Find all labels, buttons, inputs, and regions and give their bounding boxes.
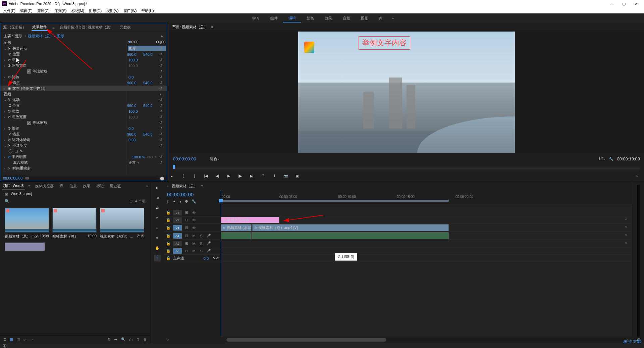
ws-assembly[interactable]: 组件 (265, 14, 283, 22)
program-ruler[interactable] (173, 165, 640, 171)
menu-edit[interactable]: 编辑(E) (18, 8, 35, 13)
track-header-master[interactable]: 🔒主声道0.0⊳⊲ (164, 255, 221, 262)
ec-text-layer[interactable]: ›◉文本 (举例文字内容)↺ (0, 86, 167, 91)
tab-metadata[interactable]: 元数据 (119, 24, 131, 31)
ws-effects[interactable]: 效果 (319, 14, 337, 22)
search-icon[interactable]: 🔍 (5, 199, 9, 203)
menu-view[interactable]: 视图(V) (104, 8, 121, 13)
play-button[interactable]: ▶ (226, 174, 231, 178)
pen-mask-icon[interactable]: ✎ (20, 149, 23, 153)
ec-vector-motion[interactable]: ⌄fx矢量运动↺ (0, 46, 167, 51)
razor-tool-icon[interactable]: ✂ (154, 214, 161, 221)
go-to-out-icon[interactable]: ▶| (249, 174, 254, 178)
ws-overflow[interactable]: » (388, 15, 397, 21)
track-header-v2[interactable]: 🔒V2⊟👁 (164, 216, 221, 224)
type-tool-icon[interactable]: T (154, 255, 161, 261)
bin-item[interactable]: 视频素材（总）19:09 (52, 208, 97, 239)
ec-opacity[interactable]: ⌄fx不透明度↺ (0, 143, 167, 148)
ws-learn[interactable]: 学习 (247, 14, 265, 22)
mark-out-button[interactable]: } (192, 174, 197, 178)
work-area[interactable] (221, 200, 449, 202)
track-header-a2[interactable]: 🔒A2⊟MS🎤 (164, 240, 221, 247)
tab-source[interactable]: 源:（无剪辑） (2, 24, 27, 31)
menu-clip[interactable]: 剪辑(C) (35, 8, 52, 13)
ws-editing[interactable]: 编辑 (283, 14, 301, 22)
ec-time-remapping[interactable]: ›fx时间重映射 (0, 165, 167, 171)
tab-audio-clip-mixer[interactable]: 音频剪辑混合器: 视频素材（总） (59, 24, 114, 31)
clear-icon[interactable]: 🗑 (143, 338, 147, 342)
reset-icon[interactable]: ↺ (158, 46, 163, 51)
panel-menu-icon[interactable]: ≡ (28, 184, 30, 188)
list-view-icon[interactable]: ≣ (3, 337, 6, 342)
new-bin-icon[interactable]: 🗀 (129, 338, 133, 342)
ripple-edit-tool-icon[interactable]: ⇄ (154, 204, 161, 211)
pos-y-input[interactable]: 540.0 (143, 52, 158, 56)
bin-item[interactable]: 视频素材（总）.mp419:09 (5, 208, 49, 239)
eye-icon[interactable]: 👁 (191, 211, 197, 215)
sort-icon[interactable]: ⇅ (108, 337, 111, 342)
snap-icon[interactable]: ⌷ (167, 199, 169, 204)
extract-icon[interactable]: ⤓ (272, 174, 277, 178)
thumbnail[interactable] (5, 242, 45, 251)
ellipse-mask-icon[interactable]: ◯ (8, 149, 12, 153)
anchor-y-input[interactable]: 540.0 (143, 81, 158, 85)
tab-effects[interactable]: 效果 (82, 183, 92, 189)
rect-mask-icon[interactable]: ▢ (14, 149, 18, 153)
mark-in-button[interactable]: { (180, 174, 186, 178)
panel-menu-icon[interactable]: ≡ (52, 26, 54, 30)
program-viewport[interactable]: 举例文字内容 (169, 32, 644, 153)
bin-item[interactable]: 视频素材（水印）…2:15 (100, 208, 144, 239)
menu-window[interactable]: 窗口(W) (121, 8, 139, 13)
maximize-button[interactable]: ▢ (618, 2, 630, 6)
export-frame-icon[interactable]: 📷 (283, 174, 288, 178)
timeline-playhead[interactable] (221, 190, 221, 205)
new-item-icon[interactable]: 🗋 (136, 338, 140, 342)
ec-path-clip[interactable]: 视频素材（总）▸ 图形 (28, 34, 64, 39)
tab-sequence[interactable]: 视频素材（总） (172, 184, 198, 189)
clip-video-watermark[interactable]: fx视频素材 (水印 (221, 224, 252, 231)
chevron-down-icon[interactable]: ▾ (24, 35, 26, 38)
ec-zoom-handle[interactable]: ⬤ (160, 176, 164, 181)
bin-item[interactable] (5, 242, 45, 251)
slip-tool-icon[interactable]: ↔ (154, 225, 161, 231)
tab-libraries[interactable]: 库 (58, 183, 65, 189)
find-icon[interactable]: 🔍 (121, 337, 126, 342)
linked-selection-icon[interactable]: ⚭ (173, 199, 176, 204)
lock-icon[interactable]: 🔒 (166, 210, 171, 215)
bin-icon[interactable]: ▧ (5, 192, 8, 196)
button-editor-icon[interactable]: ＋ (634, 173, 639, 179)
thumbnail[interactable] (5, 208, 49, 233)
tab-project[interactable]: 项目: Word3 (2, 183, 25, 190)
track-select-tool-icon[interactable]: ⇥ (154, 194, 161, 201)
ws-graphics[interactable]: 图形 (356, 14, 374, 22)
blend-mode-select[interactable]: 正常 ▾ (128, 160, 143, 165)
anchor-x-input[interactable]: 960.0 (127, 81, 142, 85)
rotation-input[interactable]: 0.0 (128, 75, 143, 79)
clip-text[interactable]: fx举例文字内容 (221, 217, 279, 223)
thumbnail[interactable] (52, 208, 97, 233)
clip-video-main[interactable]: fx视频素材（总）.mp4 [V] (252, 224, 449, 231)
scroll-up-icon[interactable]: ▴ (158, 92, 163, 96)
ec-scrollbar[interactable] (25, 177, 157, 180)
close-button[interactable]: ✕ (630, 2, 642, 6)
track-header-v1[interactable]: 🔒V1⊟👁 (164, 224, 221, 232)
text-overlay[interactable]: 举例文字内容 (359, 36, 410, 50)
settings-icon[interactable]: ⚙ (185, 199, 188, 204)
search-input[interactable] (12, 199, 127, 203)
sync-lock-icon[interactable]: ⊟ (184, 210, 189, 215)
tab-media-browser[interactable]: 媒体浏览器 (34, 183, 55, 189)
pen-tool-icon[interactable]: ✒ (154, 235, 161, 241)
clip-audio-1b[interactable] (252, 232, 449, 239)
search-bin-icon[interactable]: ⊞ (129, 199, 132, 203)
wrench-icon[interactable]: 🔧 (192, 199, 196, 204)
track-lanes[interactable]: fx举例文字内容 fx视频素材 (水印 fx视频素材（总）.mp4 [V] ○ … (221, 205, 632, 337)
icon-view-icon[interactable]: ▦ (10, 337, 13, 342)
lift-icon[interactable]: ⤒ (260, 174, 266, 178)
go-to-in-icon[interactable]: |◀ (203, 174, 209, 178)
tab-history[interactable]: 历史证 (108, 183, 122, 189)
step-forward-icon[interactable]: |▶ (237, 174, 243, 178)
thumbnail[interactable] (100, 208, 144, 233)
comparison-view-icon[interactable]: ▣ (294, 174, 300, 178)
scroll-up-icon[interactable]: ▴ (158, 41, 163, 45)
uniform-checkbox[interactable]: ✓ (27, 121, 31, 125)
